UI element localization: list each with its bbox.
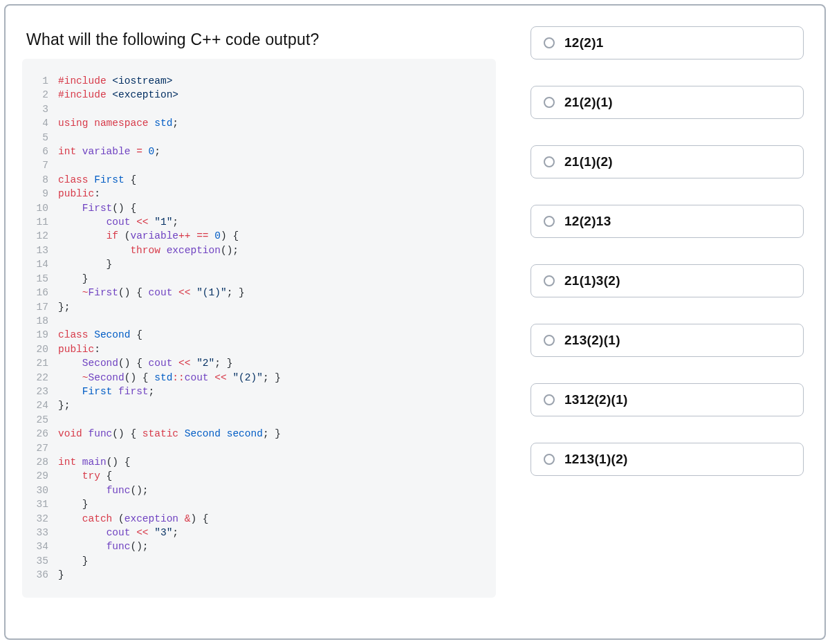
line-number: 30 [29,484,48,497]
line-number: 2 [29,88,48,102]
code-content: class Second { [58,328,142,342]
line-number: 32 [29,512,48,526]
option-label: 12(2)1 [564,35,604,50]
line-number: 35 [29,554,48,568]
answer-options: 12(2)1 21(2)(1) 21(1)(2) 12(2)13 21(1)3(… [531,26,804,618]
answer-option-4[interactable]: 12(2)13 [531,205,804,238]
line-number: 36 [29,568,48,582]
code-content: class First { [58,173,136,187]
line-number: 4 [29,116,48,130]
quiz-frame: What will the following C++ code output?… [4,4,826,640]
answer-option-6[interactable]: 213(2)(1) [531,324,804,357]
option-label: 21(1)(2) [564,154,613,169]
line-number: 20 [29,342,48,356]
radio-icon [544,97,555,108]
code-content: #include <exception> [58,88,178,102]
line-number: 22 [29,371,48,385]
code-block: 1#include <iostream> 2#include <exceptio… [22,59,496,598]
code-content: cout << "1"; [58,215,178,229]
code-content: }; [58,300,70,314]
question-panel: What will the following C++ code output?… [22,26,496,618]
question-text: What will the following C++ code output? [26,30,496,49]
code-content: ~Second() { std::cout << "(2)"; } [58,371,281,385]
code-content: int variable = 0; [58,145,160,158]
code-content: First first; [58,385,154,398]
line-number: 23 [29,385,48,398]
code-content: First() { [58,201,136,215]
code-content: void func() { static Second second; } [58,427,281,441]
code-content: ~First() { cout << "(1)"; } [58,286,245,300]
code-content: } [58,554,89,568]
code-content: func(); [58,484,149,497]
code-content: cout << "3"; [58,526,178,540]
radio-icon [544,275,555,286]
line-number: 14 [29,257,48,271]
option-label: 1312(2)(1) [564,392,628,407]
code-content: } [58,272,89,286]
line-number: 6 [29,145,48,158]
line-number: 11 [29,215,48,229]
option-label: 21(1)3(2) [564,273,620,288]
code-content: public: [58,187,100,201]
answer-option-1[interactable]: 12(2)1 [531,26,804,59]
code-content: throw exception(); [58,243,239,257]
radio-icon [544,37,555,48]
code-content: public: [58,342,100,356]
code-content: int main() { [58,455,130,469]
line-number: 10 [29,201,48,215]
line-number: 21 [29,356,48,370]
line-number: 17 [29,300,48,314]
line-number: 13 [29,243,48,257]
code-content: } [58,497,89,511]
answer-option-2[interactable]: 21(2)(1) [531,86,804,119]
code-content: catch (exception &) { [58,512,209,526]
line-number: 1 [29,74,48,88]
code-content [58,441,64,455]
code-content: func(); [58,540,149,553]
line-number: 24 [29,398,48,412]
code-content: } [58,568,64,582]
code-content: } [58,257,112,271]
option-label: 21(2)(1) [564,95,613,110]
radio-icon [544,394,555,405]
code-content: #include <iostream> [58,74,172,88]
option-label: 12(2)13 [564,214,611,229]
code-content [58,314,64,328]
radio-icon [544,454,555,465]
code-content: using namespace std; [58,116,178,130]
option-label: 1213(1)(2) [564,452,628,467]
code-content [58,131,64,145]
radio-icon [544,156,555,167]
line-number: 9 [29,187,48,201]
answer-option-7[interactable]: 1312(2)(1) [531,383,804,416]
line-number: 12 [29,229,48,243]
line-number: 3 [29,102,48,116]
line-number: 19 [29,328,48,342]
answer-option-3[interactable]: 21(1)(2) [531,145,804,178]
line-number: 15 [29,272,48,286]
radio-icon [544,216,555,227]
option-label: 213(2)(1) [564,333,620,348]
code-content [58,158,64,172]
line-number: 34 [29,540,48,553]
code-content [58,102,64,116]
line-number: 25 [29,413,48,427]
code-content: if (variable++ == 0) { [58,229,239,243]
code-content: }; [58,398,70,412]
line-number: 28 [29,455,48,469]
code-content: try { [58,469,112,483]
code-content: Second() { cout << "2"; } [58,356,232,370]
line-number: 18 [29,314,48,328]
line-number: 27 [29,441,48,455]
line-number: 7 [29,158,48,172]
line-number: 16 [29,286,48,300]
line-number: 33 [29,526,48,540]
code-content [58,413,64,427]
line-number: 26 [29,427,48,441]
line-number: 31 [29,497,48,511]
line-number: 8 [29,173,48,187]
line-number: 5 [29,131,48,145]
answer-option-8[interactable]: 1213(1)(2) [531,443,804,476]
answer-option-5[interactable]: 21(1)3(2) [531,264,804,297]
line-number: 29 [29,469,48,483]
